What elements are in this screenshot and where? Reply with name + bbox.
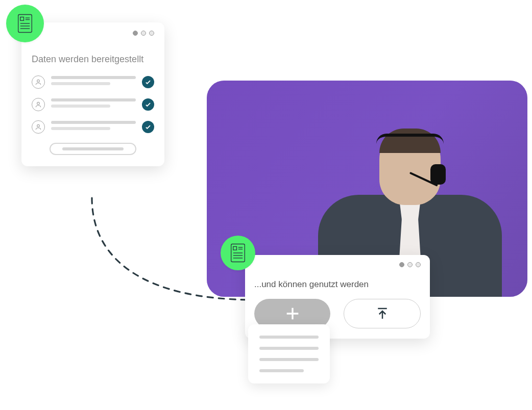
text-placeholder [259, 358, 319, 361]
svg-point-0 [37, 80, 40, 83]
check-icon [142, 121, 154, 133]
list-item [32, 120, 154, 134]
check-icon [142, 98, 154, 111]
window-dots-icon [254, 262, 421, 267]
check-icon [142, 76, 154, 88]
user-icon [32, 98, 45, 111]
svg-point-1 [37, 102, 40, 105]
notes-card [248, 324, 330, 383]
panel-right-title: ...und können genutzt werden [254, 279, 421, 290]
user-icon [32, 75, 45, 89]
document-icon [229, 243, 247, 263]
text-placeholder [259, 369, 304, 372]
user-icon [32, 120, 45, 134]
text-placeholder [259, 347, 319, 350]
text-placeholder [51, 76, 136, 88]
panel-left-title: Daten werden bereitgestellt [32, 53, 154, 65]
window-dots-icon [32, 31, 154, 36]
text-placeholder [51, 98, 136, 111]
arrow-up-icon [375, 306, 390, 321]
list-item [32, 75, 154, 89]
plus-icon [284, 305, 301, 322]
document-badge [221, 236, 255, 270]
text-placeholder [51, 121, 136, 133]
document-badge [6, 5, 44, 42]
svg-rect-4 [20, 17, 24, 21]
upload-button[interactable] [344, 299, 421, 328]
list-item [32, 98, 154, 111]
svg-point-2 [37, 125, 40, 127]
data-provision-panel: Daten werden bereitgestellt [21, 22, 164, 166]
svg-rect-11 [233, 247, 237, 250]
action-pill-button[interactable] [50, 143, 136, 155]
document-icon [16, 13, 34, 34]
text-placeholder [259, 336, 319, 339]
